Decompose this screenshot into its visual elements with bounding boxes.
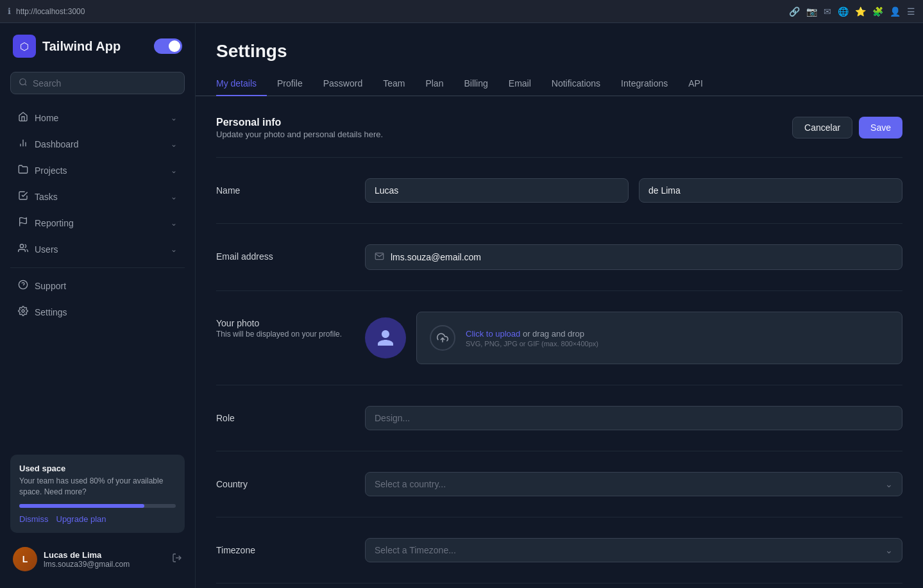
email-label: Email address: [216, 251, 273, 262]
sidebar-item-label: Dashboard: [35, 139, 79, 149]
sidebar-item-label: Reporting: [35, 218, 74, 228]
upload-icon: [430, 325, 455, 351]
click-to-upload[interactable]: Click to upload: [466, 329, 520, 339]
name-label-col: Name: [216, 178, 344, 196]
timezone-select[interactable]: Select a Timezone... ⌄: [365, 538, 902, 562]
sidebar-item-projects[interactable]: Projects ⌄: [5, 158, 190, 183]
user-profile: L Lucas de Lima lms.souza39@gmail.com: [10, 541, 185, 578]
sidebar-item-dashboard[interactable]: Dashboard ⌄: [5, 131, 190, 157]
timezone-row: Timezone Select a Timezone... ⌄: [216, 533, 902, 567]
chevron-down-icon: ⌄: [171, 245, 177, 254]
timezone-label-col: Timezone: [216, 538, 344, 556]
progress-bar-fill: [19, 504, 144, 508]
chevron-down-icon: ⌄: [171, 113, 177, 122]
used-space-title: Used space: [19, 464, 176, 473]
sidebar-bottom: Used space Your team has used 80% of you…: [0, 444, 195, 588]
svg-point-0: [20, 79, 26, 85]
role-input[interactable]: [365, 406, 902, 430]
country-select[interactable]: Select a country... ⌄: [365, 472, 902, 496]
sidebar-item-label: Settings: [35, 307, 67, 317]
sidebar-item-settings[interactable]: Settings: [5, 299, 190, 325]
tab-plan[interactable]: Plan: [415, 72, 453, 96]
sidebar-item-support[interactable]: Support: [5, 273, 190, 299]
projects-icon: [18, 164, 28, 177]
country-label: Country: [216, 479, 248, 489]
mail-icon[interactable]: ✉: [824, 6, 831, 17]
last-name-input[interactable]: [639, 178, 902, 203]
timezone-placeholder: Select a Timezone...: [375, 545, 456, 555]
tab-my-details[interactable]: My details: [216, 72, 267, 96]
sidebar-item-reporting[interactable]: Reporting ⌄: [5, 210, 190, 236]
settings-icon: [18, 306, 28, 319]
upload-hint: SVG, PNG, JPG or GIF (max. 800×400px): [466, 340, 598, 348]
svg-point-5: [20, 244, 23, 248]
role-label: Role: [216, 413, 235, 423]
country-inputs: Select a country... ⌄: [365, 472, 902, 496]
search-box[interactable]: Search: [10, 72, 185, 94]
sidebar-item-home[interactable]: Home ⌄: [5, 105, 190, 131]
photo-label: Your photo: [216, 318, 344, 328]
upgrade-button[interactable]: Upgrade plan: [56, 514, 106, 524]
tab-team[interactable]: Team: [373, 72, 415, 96]
used-space-card: Used space Your team has used 80% of you…: [10, 455, 185, 533]
bookmark-icon[interactable]: ⭐: [855, 6, 866, 17]
nav-divider: [10, 267, 185, 268]
tab-billing[interactable]: Billing: [453, 72, 498, 96]
globe-icon[interactable]: 🌐: [838, 6, 849, 17]
current-avatar: [365, 317, 406, 358]
used-space-desc: Your team has used 80% of your available…: [19, 476, 176, 498]
form-divider-2: [216, 290, 902, 291]
theme-toggle[interactable]: [154, 38, 182, 54]
sidebar-item-users[interactable]: Users ⌄: [5, 237, 190, 262]
sidebar-item-label: Users: [35, 244, 58, 255]
chevron-down-icon: ⌄: [885, 479, 893, 489]
tab-profile[interactable]: Profile: [267, 72, 313, 96]
menu-icon[interactable]: ☰: [907, 6, 915, 17]
profile-icon[interactable]: 👤: [890, 6, 901, 17]
timezone-inputs: Select a Timezone... ⌄: [365, 538, 902, 562]
chevron-down-icon: ⌄: [171, 166, 177, 175]
screenshot-icon[interactable]: 📷: [806, 6, 817, 17]
reporting-icon: [18, 217, 28, 230]
sidebar-header: ⬡ Tailwind App: [0, 23, 195, 69]
logout-icon[interactable]: [172, 553, 182, 566]
form-divider-3: [216, 385, 902, 385]
link-icon[interactable]: 🔗: [789, 6, 800, 17]
extension-icon[interactable]: 🧩: [872, 6, 883, 17]
cancel-button[interactable]: Cancelar: [792, 117, 852, 139]
email-input-wrapper[interactable]: [365, 244, 902, 270]
email-field[interactable]: [391, 252, 893, 262]
tab-notifications[interactable]: Notifications: [541, 72, 611, 96]
tasks-icon: [18, 190, 28, 203]
email-row: Email address: [216, 239, 902, 275]
app-title: Tailwind App: [42, 39, 121, 54]
app-logo: ⬡: [13, 35, 36, 58]
chevron-down-icon: ⌄: [885, 545, 893, 555]
user-name: Lucas de Lima: [44, 550, 165, 560]
svg-point-8: [22, 310, 24, 312]
tab-email[interactable]: Email: [498, 72, 541, 96]
chevron-down-icon: ⌄: [171, 219, 177, 228]
form-divider-6: [216, 583, 902, 584]
photo-content: Click to upload or drag and drop SVG, PN…: [365, 312, 902, 364]
save-button[interactable]: Save: [859, 117, 902, 139]
name-inputs: [365, 178, 902, 203]
section-actions: Cancelar Save: [792, 117, 902, 139]
app-logo-area: ⬡ Tailwind App: [13, 35, 121, 58]
avatar: L: [13, 547, 37, 571]
sidebar-item-label: Home: [35, 113, 58, 123]
first-name-input[interactable]: [365, 178, 629, 203]
tab-api[interactable]: API: [678, 72, 713, 96]
country-label-col: Country: [216, 472, 344, 490]
dismiss-button[interactable]: Dismiss: [19, 514, 49, 524]
form-divider-5: [216, 517, 902, 517]
tab-password[interactable]: Password: [313, 72, 373, 96]
dashboard-icon: [18, 138, 28, 151]
home-icon: [18, 112, 28, 124]
upload-area[interactable]: Click to upload or drag and drop SVG, PN…: [416, 312, 902, 364]
email-label-col: Email address: [216, 244, 344, 262]
sidebar-item-tasks[interactable]: Tasks ⌄: [5, 184, 190, 210]
search-label: Search: [33, 78, 61, 88]
form-divider-top: [216, 157, 902, 158]
tab-integrations[interactable]: Integrations: [611, 72, 678, 96]
